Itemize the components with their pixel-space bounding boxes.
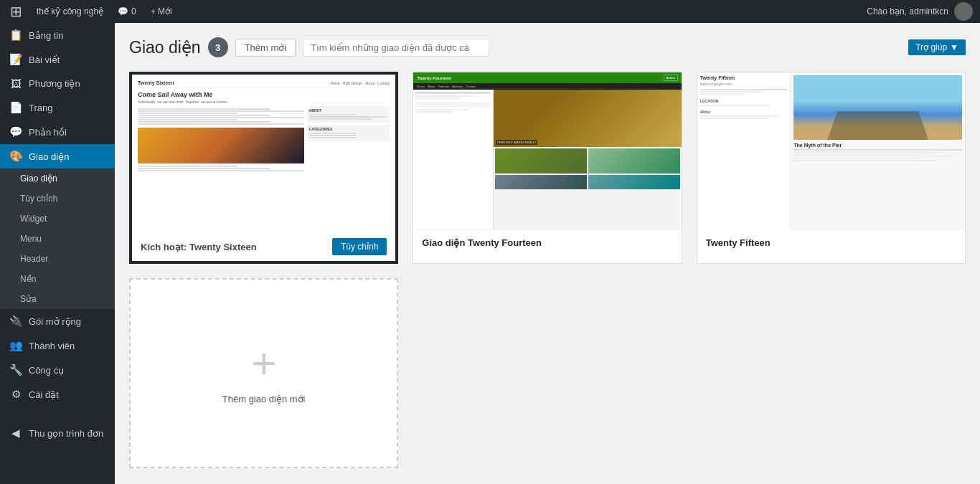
submenu-label-customize: Tùy chỉnh [20,194,57,204]
search-input[interactable] [303,39,489,57]
media-icon: 🖼 [9,77,23,90]
submenu-label-background: Nền [20,274,36,284]
submenu-item-menu[interactable]: Menu [0,229,115,249]
new-content-link[interactable]: + Mới [148,0,175,23]
sidebar-item-comments[interactable]: 💬 Phản hồi [0,120,115,144]
appearance-icon: 🎨 [9,150,23,163]
help-chevron-icon: ▼ [950,42,958,52]
sidebar-item-settings[interactable]: ⚙ Cài đặt [0,382,115,407]
sidebar-item-tools[interactable]: 🔧 Công cụ [0,358,115,382]
sidebar-item-media[interactable]: 🖼 Phương tiện [0,72,115,95]
submenu-item-themes[interactable]: Giao diện [0,169,115,189]
site-name-link[interactable]: thế kỷ công nghệ [34,0,106,23]
sidebar-label-dashboard: Bảng tin [29,30,63,41]
theme-card-twenty-fifteen[interactable]: Twenty Fifteen thekycongnghe.com LOCATIO… [697,72,966,264]
sidebar-label-media: Phương tiện [29,78,80,89]
submenu-label-widgets: Widget [20,214,47,224]
theme-count-badge: 3 [208,37,228,57]
sidebar-label-pages: Trang [29,103,52,113]
user-greeting: Chào bạn, admintkcn [867,6,948,16]
theme-thumbnail-fifteen: Twenty Fifteen thekycongnghe.com LOCATIO… [697,72,965,230]
active-theme-label: Kích hoạt: Twenty Sixteen [141,242,257,252]
comments-count: 0 [131,6,136,16]
sidebar-label-users: Thành viên [29,341,75,351]
active-theme-footer: Kích hoạt: Twenty Sixteen Tùy chỉnh [132,232,395,261]
sidebar-item-dashboard[interactable]: 📋 Bảng tin [0,23,115,47]
plugins-icon: 🔌 [9,315,23,328]
help-label: Trợ giúp [915,42,947,52]
settings-icon: ⚙ [9,388,23,401]
themes-grid: Twenty Sixteen HomeHigh DesignAboutConta… [129,72,966,468]
sidebar-label-posts: Bài viết [29,54,60,65]
site-name: thế kỷ công nghệ [37,6,103,16]
submenu-label-editor: Sửa [20,294,37,304]
sidebar-label-plugins: Gói mở rộng [29,316,81,327]
collapse-icon: ◀ [9,427,23,440]
theme-info-fifteen: Twenty Fifteen [697,230,965,255]
sidebar-label-tools: Công cụ [29,365,64,376]
submenu-item-background[interactable]: Nền [0,269,115,289]
theme-thumbnail-fourteen: Twenty Fourteen Active HomeAboutFeatures… [413,72,681,230]
submenu-label-menu: Menu [20,234,42,244]
sidebar-item-pages[interactable]: 📄 Trang [0,95,115,120]
page-header: Giao diện 3 Thêm mới Trợ giúp ▼ [129,37,966,57]
admin-bar: ⊞ thế kỷ công nghệ 💬 0 + Mới Chào bạn, a… [0,0,980,23]
submenu-item-header[interactable]: Header [0,249,115,269]
new-label: + Mới [151,6,172,16]
add-theme-card[interactable]: + Thêm giao diện mới [129,278,398,468]
appearance-submenu: Giao diện Tùy chỉnh Widget Menu Header N… [0,169,115,309]
sidebar-label-appearance: Giao diện [29,151,69,162]
comments-icon: 💬 [118,6,128,16]
theme-name-fourteen: Giao diện Twenty Fourteen [422,237,542,248]
sidebar-label-comments: Phản hồi [29,127,67,138]
users-icon: 👥 [9,339,23,352]
user-avatar [954,2,973,21]
wp-logo-link[interactable]: ⊞ [7,0,25,23]
sidebar-item-posts[interactable]: 📝 Bài viết [0,47,115,72]
submenu-item-widgets[interactable]: Widget [0,209,115,229]
sidebar-label-collapse: Thu gọn trình đơn [29,428,103,439]
submenu-item-editor[interactable]: Sửa [0,289,115,309]
page-title: Giao diện [129,38,201,57]
sidebar-item-users[interactable]: 👥 Thành viên [0,333,115,358]
theme-card-twenty-sixteen[interactable]: Twenty Sixteen HomeHigh DesignAboutConta… [129,72,398,264]
sidebar-label-settings: Cài đặt [29,389,59,400]
posts-icon: 📝 [9,53,23,66]
main-content: Giao diện 3 Thêm mới Trợ giúp ▼ [115,23,980,484]
comments-nav-icon: 💬 [9,125,23,138]
add-new-button[interactable]: Thêm mới [235,39,296,57]
submenu-item-customize[interactable]: Tùy chỉnh [0,189,115,209]
help-button[interactable]: Trợ giúp ▼ [908,39,966,55]
dashboard-icon: 📋 [9,29,23,42]
theme-card-twenty-fourteen[interactable]: Twenty Fourteen Active HomeAboutFeatures… [413,72,682,264]
comments-link[interactable]: 💬 0 [115,0,139,23]
theme-info-fourteen: Giao diện Twenty Fourteen [413,230,681,255]
add-theme-label: Thêm giao diện mới [222,394,306,404]
tools-icon: 🔧 [9,364,23,376]
submenu-label-header: Header [20,254,48,264]
customize-button[interactable]: Tùy chỉnh [332,238,387,255]
submenu-label-themes: Giao diện [20,174,57,184]
theme-thumbnail-sixteen: Twenty Sixteen HomeHigh DesignAboutConta… [132,75,395,232]
sidebar-item-plugins[interactable]: 🔌 Gói mở rộng [0,309,115,333]
sidebar-item-collapse[interactable]: ◀ Thu gọn trình đơn [0,421,115,445]
sidebar-item-appearance[interactable]: 🎨 Giao diện [0,144,115,169]
sidebar: 📋 Bảng tin 📝 Bài viết 🖼 Phương tiện 📄 Tr… [0,23,115,484]
pages-icon: 📄 [9,101,23,114]
wp-logo-icon: ⊞ [10,3,22,20]
add-theme-plus-icon: + [251,342,276,385]
theme-name-fifteen: Twenty Fifteen [706,237,771,248]
